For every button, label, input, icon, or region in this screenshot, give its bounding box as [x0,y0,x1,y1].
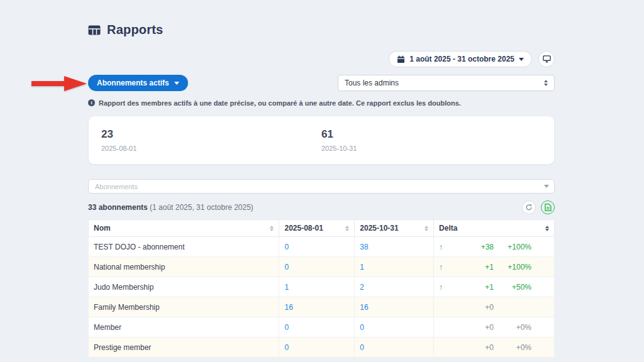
column-label: Nom [94,224,111,233]
value-link[interactable]: 0 [284,263,289,272]
delta-cell-content: +0+0% [439,323,549,332]
column-header-name[interactable]: Nom [89,220,279,237]
summary-range: (1 août 2025, 31 octobre 2025) [150,203,253,212]
delta-value: +0 [452,323,494,332]
stat-start-date: 2025-08-01 [101,145,321,152]
value-link[interactable]: 1 [284,283,289,292]
stat-start-value: 23 [101,128,321,141]
value-link[interactable]: 0 [360,323,364,332]
summary-row: 33 abonnements (1 août 2025, 31 octobre … [88,200,555,214]
value-start-cell: 16 [279,297,355,317]
delta-value: +1 [452,263,494,272]
page-title: Rapports [107,23,163,37]
stat-end-value: 61 [321,128,541,141]
delta-cell-content: +0+0% [439,343,549,352]
export-excel-button[interactable] [541,200,555,214]
refresh-button[interactable] [522,200,536,214]
chevron-down-icon[interactable] [544,185,549,188]
toolbar-filters: Abonnements actifs Tous les admins [88,75,555,91]
value-link[interactable]: 38 [360,243,368,251]
summary-text: 33 abonnements (1 août 2025, 31 octobre … [88,203,253,212]
column-header-start-date[interactable]: 2025-08-01 [279,220,355,237]
info-icon: i [88,99,95,106]
delta-percent: +0% [494,343,531,352]
subscription-name: Member [89,317,279,337]
delta-value: +38 [452,243,494,251]
value-end-cell: 2 [355,277,434,297]
column-header-end-date[interactable]: 2025-10-31 [355,220,434,237]
subscription-name: Judo Membership [89,277,279,297]
delta-cell: ↑+1+50% [434,277,555,297]
column-header-delta[interactable]: Delta [434,220,555,237]
delta-value: +0 [452,343,494,352]
delta-value: +0 [452,303,494,312]
date-range-label: 1 août 2025 - 31 octobre 2025 [409,55,514,63]
table-actions [522,200,555,214]
value-end-cell: 0 [355,317,434,337]
value-link[interactable]: 0 [284,323,289,332]
table-row: Family Membership1616+0 [89,297,555,317]
value-link[interactable]: 0 [284,243,289,251]
delta-percent: +100% [494,243,531,251]
table-header-row: Nom 2025-08-01 2025-10-31 Delta [89,220,555,237]
stat-end-date: 2025-10-31 [321,145,541,152]
chevron-down-icon [174,82,179,85]
report-info: i Rapport des membres actifs à une date … [88,99,555,107]
column-label: 2025-10-31 [360,224,398,233]
delta-cell-content: +0 [439,303,549,312]
report-info-text: Rapport des membres actifs à une date pr… [99,99,461,107]
value-link[interactable]: 0 [284,343,289,352]
sort-arrows-icon [345,226,349,231]
admin-filter-select[interactable]: Tous les admins [338,75,555,91]
value-link[interactable]: 1 [360,263,364,272]
delta-percent: +100% [494,263,531,272]
value-start-cell: 0 [279,237,355,257]
sort-arrows-icon [425,226,428,231]
red-arrow-annotation [31,74,88,93]
value-end-cell: 16 [355,297,434,317]
table-row: Member00+0+0% [89,317,555,337]
column-label: Delta [439,224,457,233]
trend-up-icon: ↑ [439,262,452,272]
report-type-button[interactable]: Abonnements actifs [88,75,188,91]
delta-cell: +0 [434,297,555,317]
trend-up-icon: ↑ [439,242,452,251]
report-type-label: Abonnements actifs [97,79,169,87]
subscription-name: National membership [89,257,279,277]
subscription-filter [88,179,555,194]
subscription-count: 33 abonnements [88,203,148,212]
toolbar-top: 1 août 2025 - 31 octobre 2025 [88,51,555,67]
value-start-cell: 0 [279,257,355,277]
calendar-icon [397,55,405,63]
select-updown-icon [544,80,548,86]
stat-start: 23 2025-08-01 [101,128,321,152]
delta-percent: +0% [494,323,531,332]
subscription-filter-input[interactable] [88,179,555,194]
table-body: TEST DOJO - abonnement038↑+38+100%Nation… [89,237,555,358]
subscriptions-table: Nom 2025-08-01 2025-10-31 Delta [88,219,555,358]
table-icon [88,25,101,35]
table-row: Prestige member00+0+0% [89,337,555,358]
excel-export-icon [545,204,552,211]
delta-cell-content: ↑+1+50% [439,282,549,292]
delta-cell: +0+0% [434,337,555,358]
value-link[interactable]: 2 [360,283,364,292]
delta-percent: +50% [494,283,531,292]
subscription-name: TEST DOJO - abonnement [89,237,279,257]
table-row: TEST DOJO - abonnement038↑+38+100% [89,237,555,257]
table-row: National membership01↑+1+100% [89,257,555,277]
delta-cell: ↑+1+100% [434,257,555,277]
subscription-name: Prestige member [89,337,279,358]
value-end-cell: 1 [355,257,434,277]
sort-arrows-icon [270,226,274,231]
monitor-button[interactable] [538,51,555,67]
delta-cell-content: ↑+38+100% [439,242,549,251]
date-range-button[interactable]: 1 août 2025 - 31 octobre 2025 [389,51,532,67]
admin-filter-value: Tous les admins [345,79,399,87]
value-link[interactable]: 16 [284,303,292,312]
column-label: 2025-08-01 [284,224,323,233]
value-link[interactable]: 0 [360,343,364,352]
value-link[interactable]: 16 [360,303,368,312]
subscription-name: Family Membership [89,297,279,317]
delta-value: +1 [452,283,494,292]
